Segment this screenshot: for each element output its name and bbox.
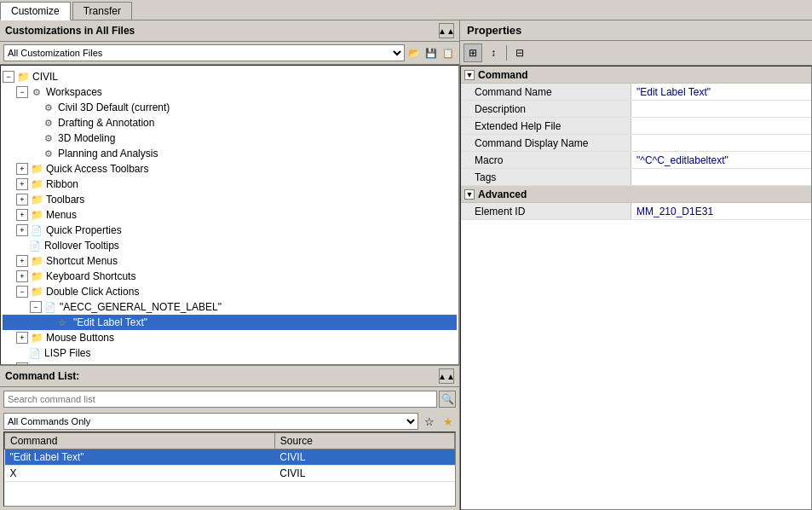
tree-item[interactable]: 📄Rollover Tooltips [3, 238, 457, 253]
tree-item-label: LISP Files [44, 347, 90, 359]
tree-item-label: Drafting & Annotation [58, 117, 154, 129]
prop-value-cell[interactable] [631, 118, 811, 134]
tree-item-label: Toolbars [46, 194, 84, 206]
tree-item-icon: 📁 [30, 177, 43, 191]
prop-row: Command Name"Edit Label Text" [461, 84, 811, 101]
prop-section-row[interactable]: ▼Advanced [461, 186, 811, 203]
col-source: Source [274, 433, 454, 449]
tree-expand-button[interactable]: − [3, 71, 14, 83]
save-icon[interactable]: 💾 [423, 45, 439, 61]
prop-value-cell[interactable]: MM_210_D1E31 [631, 203, 811, 219]
tree-item[interactable]: ⚙Civil 3D Default (current) [3, 100, 457, 115]
tree-item-icon: ⚙ [30, 85, 43, 99]
tree-item[interactable]: +📁Legacy [3, 361, 457, 365]
tree-item[interactable]: ⚙3D Modeling [3, 130, 457, 146]
prop-value-cell[interactable] [631, 169, 811, 185]
properties-header: Properties [460, 20, 812, 41]
tree-item-icon: 📄 [28, 239, 42, 252]
command-list-collapse[interactable]: ▲▲ [439, 368, 454, 384]
tree-item-icon: 📄 [28, 346, 42, 360]
load-icon[interactable]: 📂 [406, 45, 422, 61]
prop-row: Element IDMM_210_D1E31 [461, 203, 811, 220]
table-row[interactable]: XCIVIL [5, 466, 455, 482]
tree-item[interactable]: ⚙Planning and Analysis [3, 146, 457, 161]
tree-expand-button[interactable]: + [16, 270, 28, 282]
tree-item-label: Rollover Tooltips [44, 240, 119, 252]
grid-view-button[interactable]: ⊞ [464, 43, 482, 62]
tree-item[interactable]: +📁Mouse Buttons [3, 330, 457, 345]
prop-row: Tags [461, 169, 811, 186]
tree-item[interactable]: −📁Double Click Actions [3, 284, 457, 299]
tree-expand-button[interactable]: + [16, 224, 28, 236]
command-filter-dropdown[interactable]: All Commands Only [3, 413, 418, 430]
prop-name-cell: Description [461, 101, 631, 117]
tree-expand-button[interactable]: + [16, 178, 28, 190]
tree-item[interactable]: +📁Menus [3, 207, 457, 223]
star-outline-button[interactable]: ☆ [422, 414, 437, 429]
prop-value-cell[interactable]: "^C^C_editlabeltext" [631, 152, 811, 168]
customization-files-dropdown[interactable]: All Customization Files [3, 44, 405, 61]
table-row[interactable]: "Edit Label Text"CIVIL [5, 449, 455, 466]
tab-transfer[interactable]: Transfer [72, 2, 132, 20]
command-search-row: 🔍 [0, 387, 459, 411]
tree-item[interactable]: −📁CIVIL [3, 69, 457, 84]
tree-item[interactable]: +📁Quick Access Toolbars [3, 161, 457, 177]
tree-item[interactable]: ☆"Edit Label Text" [3, 315, 457, 330]
star-filled-button[interactable]: ★ [441, 414, 456, 429]
tab-customize[interactable]: Customize [0, 2, 71, 20]
prop-section-expand[interactable]: ▼ [464, 70, 475, 80]
command-list-title: Command List: [5, 370, 79, 382]
tree-item-icon: ⚙ [42, 101, 55, 114]
tree-expand-button[interactable]: + [16, 209, 28, 221]
tree-expand-button[interactable]: + [16, 255, 28, 267]
source-cell: CIVIL [274, 449, 454, 466]
prop-section-label: Advanced [478, 188, 527, 200]
prop-value-cell[interactable] [631, 135, 811, 151]
tree-item-label: CIVIL [32, 71, 58, 83]
main-container: Customizations in All Files ▲▲ All Custo… [0, 20, 812, 510]
source-cell: CIVIL [274, 466, 454, 482]
prop-row: Command Display Name [461, 135, 811, 152]
tree-area[interactable]: −📁CIVIL−⚙Workspaces⚙Civil 3D Default (cu… [0, 65, 459, 365]
command-search-input[interactable] [3, 391, 437, 408]
filter-button[interactable]: ⊟ [510, 43, 529, 62]
tree-item-label: Shortcut Menus [46, 255, 118, 267]
tree-item[interactable]: −⚙Workspaces [3, 84, 457, 100]
command-cell: "Edit Label Text" [5, 449, 275, 466]
tree-item-icon: 📁 [30, 208, 43, 222]
command-list-header: Command List: ▲▲ [0, 366, 459, 387]
tree-item[interactable]: +📄Quick Properties [3, 223, 457, 238]
tree-expand-button[interactable]: − [30, 301, 42, 313]
tree-item-icon: ☆ [55, 316, 69, 329]
prop-section-expand[interactable]: ▼ [464, 189, 475, 200]
save-as-icon[interactable]: 📋 [441, 45, 456, 61]
tree-item[interactable]: +📁Toolbars [3, 192, 457, 207]
prop-value-cell[interactable] [631, 101, 811, 117]
right-panel: Properties ⊞ ↕ ⊟ ▼CommandCommand Name"Ed… [460, 20, 812, 510]
tree-expand-button[interactable]: − [16, 286, 28, 298]
tree-item-icon: 📁 [30, 331, 43, 345]
tree-expand-button[interactable]: + [16, 163, 28, 175]
tree-item[interactable]: +📁Keyboard Shortcuts [3, 269, 457, 284]
command-table: Command Source "Edit Label Text"CIVILXCI… [4, 432, 455, 482]
search-button[interactable]: 🔍 [439, 391, 456, 408]
tree-item-icon: ⚙ [42, 131, 55, 145]
tree-expand-button[interactable]: + [16, 362, 28, 365]
tree-item-icon: 📁 [16, 70, 30, 84]
tree-item[interactable]: +📁Ribbon [3, 177, 457, 192]
tree-item[interactable]: ⚙Drafting & Annotation [3, 115, 457, 130]
tree-item[interactable]: −📄"AECC_GENERAL_NOTE_LABEL" [3, 299, 457, 315]
collapse-all-button[interactable]: ▲▲ [439, 23, 454, 38]
command-list-section: Command List: ▲▲ 🔍 All Commands Only ☆ ★ [0, 365, 459, 510]
tree-item[interactable]: +📁Shortcut Menus [3, 253, 457, 269]
sort-button[interactable]: ↕ [484, 43, 503, 62]
tree-item[interactable]: 📄LISP Files [3, 345, 457, 361]
prop-row: Macro"^C^C_editlabeltext" [461, 152, 811, 169]
prop-section-row[interactable]: ▼Command [461, 67, 811, 84]
prop-section-label: Command [478, 69, 528, 81]
prop-value-cell[interactable]: "Edit Label Text" [631, 84, 811, 100]
command-cell: X [5, 466, 275, 482]
tree-expand-button[interactable]: + [16, 332, 28, 344]
tree-expand-button[interactable]: + [16, 194, 28, 206]
tree-expand-button[interactable]: − [16, 86, 28, 98]
